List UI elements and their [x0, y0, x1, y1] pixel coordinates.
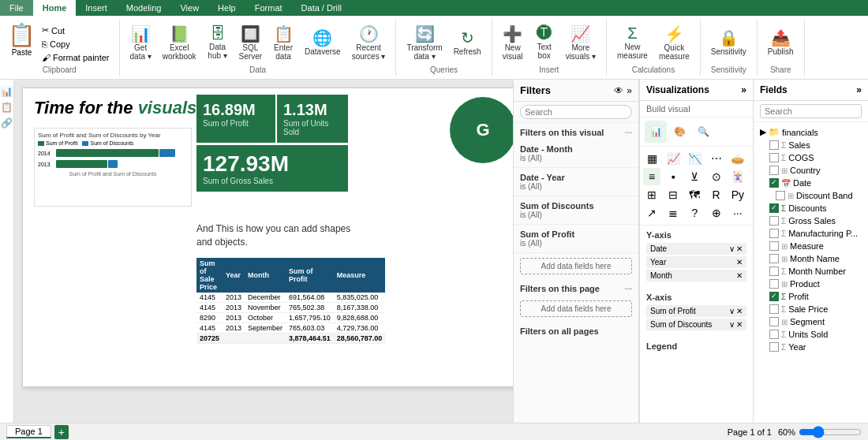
- filter-date-year[interactable]: Date - Year is (All): [514, 168, 638, 196]
- publish-button[interactable]: 📤Publish: [764, 26, 798, 58]
- excel-workbook-button[interactable]: 📗Excelworkbook: [159, 22, 200, 63]
- field-profit-cb[interactable]: [769, 292, 779, 301]
- viz-build-tab[interactable]: 📊: [645, 121, 667, 143]
- zoom-slider[interactable]: [799, 426, 862, 438]
- field-month-name[interactable]: ⊞Month Name: [754, 252, 868, 265]
- x-axis-discounts-chevron[interactable]: ∨: [729, 320, 735, 329]
- field-month-number-cb[interactable]: [769, 267, 779, 276]
- fields-search-area[interactable]: [754, 101, 868, 122]
- y-axis-date-chevron[interactable]: ∨: [729, 244, 735, 253]
- viz-map-icon[interactable]: 🗺: [686, 186, 703, 203]
- viz-funnel-icon[interactable]: ⊻: [686, 168, 703, 185]
- field-profit[interactable]: ΣProfit: [754, 290, 868, 303]
- paste-button[interactable]: 📋 Paste: [6, 21, 37, 58]
- field-discounts-cb[interactable]: [769, 203, 779, 213]
- y-axis-date-field[interactable]: Date ∨ ✕: [646, 243, 746, 255]
- enter-data-button[interactable]: 📋Enterdata: [269, 22, 297, 63]
- viz-area-chart-icon[interactable]: 📉: [686, 150, 703, 167]
- field-year-cb[interactable]: [769, 342, 779, 352]
- cut-button[interactable]: ✂ Cut: [39, 24, 113, 37]
- tab-modeling[interactable]: Modeling: [117, 0, 171, 16]
- field-month-name-cb[interactable]: [769, 254, 779, 263]
- y-axis-month-remove[interactable]: ✕: [736, 271, 743, 280]
- field-date-cb[interactable]: [769, 178, 779, 188]
- viz-more-icon[interactable]: ···: [729, 204, 746, 222]
- field-country-cb[interactable]: [769, 166, 779, 175]
- page-tab-1[interactable]: Page 1: [6, 425, 51, 438]
- viz-kpi-icon[interactable]: ↗: [643, 204, 660, 222]
- viz-expand-icon[interactable]: »: [741, 84, 746, 95]
- viz-bar-chart-icon[interactable]: ▦: [643, 150, 660, 167]
- viz-r-icon[interactable]: R: [708, 186, 725, 203]
- bar-chart-mini[interactable]: Sum of Profit and Sum of Discounts by Ye…: [34, 128, 192, 207]
- viz-matrix-icon[interactable]: ⊟: [664, 186, 682, 203]
- x-axis-profit-field[interactable]: Sum of Profit ∨ ✕: [646, 305, 746, 317]
- field-sale-price[interactable]: ΣSale Price: [754, 303, 868, 315]
- tab-home[interactable]: Home: [33, 0, 77, 16]
- viz-qna-icon[interactable]: ?: [686, 204, 703, 222]
- field-measure-cb[interactable]: [769, 241, 779, 251]
- field-manufacturing-cb[interactable]: [769, 229, 779, 238]
- transform-data-button[interactable]: 🔄Transformdata ▾: [402, 22, 446, 63]
- field-discounts[interactable]: ΣDiscounts: [754, 202, 868, 214]
- tab-file[interactable]: File: [0, 0, 33, 16]
- viz-format-tab[interactable]: 🎨: [668, 121, 690, 143]
- dataverse-button[interactable]: 🌐Dataverse: [301, 26, 345, 58]
- field-discount-band-cb[interactable]: [776, 191, 785, 200]
- data-hub-button[interactable]: 🗄Datahub ▾: [204, 22, 232, 62]
- filter-discounts[interactable]: Sum of Discounts is (All): [514, 196, 638, 225]
- copy-button[interactable]: ⎘ Copy: [39, 38, 113, 50]
- field-country[interactable]: ⊞Country: [754, 164, 868, 177]
- viz-scatter-icon[interactable]: ⋯: [708, 150, 725, 167]
- add-fields-visual-button[interactable]: Add data fields here: [520, 258, 632, 274]
- x-axis-profit-chevron[interactable]: ∨: [729, 307, 735, 315]
- x-axis-discounts-field[interactable]: Sum of Discounts ∨ ✕: [646, 319, 746, 330]
- field-units-sold-cb[interactable]: [769, 330, 779, 339]
- field-cogs[interactable]: ΣCOGS: [754, 151, 868, 164]
- fields-search-input[interactable]: [760, 104, 862, 118]
- sql-server-button[interactable]: 🔲SQLServer: [235, 22, 266, 63]
- tab-insert[interactable]: Insert: [76, 0, 117, 16]
- viz-slicer-icon[interactable]: ≣: [664, 204, 682, 222]
- y-axis-date-remove[interactable]: ✕: [736, 244, 743, 253]
- recent-sources-button[interactable]: 🕐Recentsources ▾: [348, 22, 390, 63]
- tab-data-drill[interactable]: Data / Drill: [292, 0, 351, 16]
- filters-page-options[interactable]: ···: [625, 284, 632, 293]
- get-data-button[interactable]: 📊Getdata ▾: [126, 22, 155, 63]
- field-sale-price-cb[interactable]: [769, 304, 779, 314]
- field-sales[interactable]: ΣSales: [754, 139, 868, 151]
- filters-search[interactable]: [514, 102, 638, 123]
- field-year[interactable]: ΣYear: [754, 341, 868, 353]
- sensitivity-button[interactable]: 🔒Sensitivity: [707, 26, 750, 58]
- viz-card-icon[interactable]: 🃏: [729, 168, 746, 185]
- new-measure-button[interactable]: ΣNewmeasure: [613, 22, 652, 62]
- filters-search-input[interactable]: [520, 105, 632, 119]
- fields-expand-icon[interactable]: »: [856, 84, 862, 95]
- filter-date-month[interactable]: Date - Month is (All): [514, 140, 638, 168]
- tab-view[interactable]: View: [170, 0, 208, 16]
- model-view-icon[interactable]: 🔗: [1, 117, 13, 129]
- field-units-sold[interactable]: ΣUnits Sold: [754, 328, 868, 341]
- add-fields-page-button[interactable]: Add data fields here: [520, 300, 632, 317]
- field-product[interactable]: ⊞Product: [754, 278, 868, 290]
- field-sales-cb[interactable]: [769, 140, 779, 150]
- fields-group-financials[interactable]: ▶ 📁 financials: [754, 125, 868, 139]
- canvas-area[interactable]: Time for the visuals G Sum of Profit and…: [14, 80, 513, 423]
- quick-measure-button[interactable]: ⚡Quickmeasure: [655, 22, 694, 63]
- text-box-button[interactable]: 🅣Textbox: [530, 22, 559, 62]
- field-gross-sales-cb[interactable]: [769, 216, 779, 226]
- field-measure[interactable]: ⊞Measure: [754, 240, 868, 252]
- add-page-button[interactable]: +: [54, 425, 69, 439]
- format-painter-button[interactable]: 🖌 Format painter: [39, 51, 113, 64]
- viz-analytics-tab[interactable]: 🔍: [692, 121, 714, 143]
- y-axis-month-field[interactable]: Month ✕: [646, 270, 746, 282]
- viz-stacked-bar-icon[interactable]: ≡: [643, 168, 660, 185]
- x-axis-profit-remove[interactable]: ✕: [736, 307, 743, 315]
- viz-pie-icon[interactable]: 🥧: [729, 150, 746, 167]
- refresh-button[interactable]: ↻Refresh: [450, 26, 485, 58]
- field-date[interactable]: 📅Date: [754, 177, 868, 189]
- viz-gauge-icon[interactable]: ⊙: [708, 168, 725, 185]
- filters-visual-options[interactable]: ···: [625, 128, 632, 137]
- field-month-number[interactable]: ΣMonth Number: [754, 265, 868, 278]
- data-table-container[interactable]: Sum of Sale Price Year Month Sum of Prof…: [196, 258, 358, 344]
